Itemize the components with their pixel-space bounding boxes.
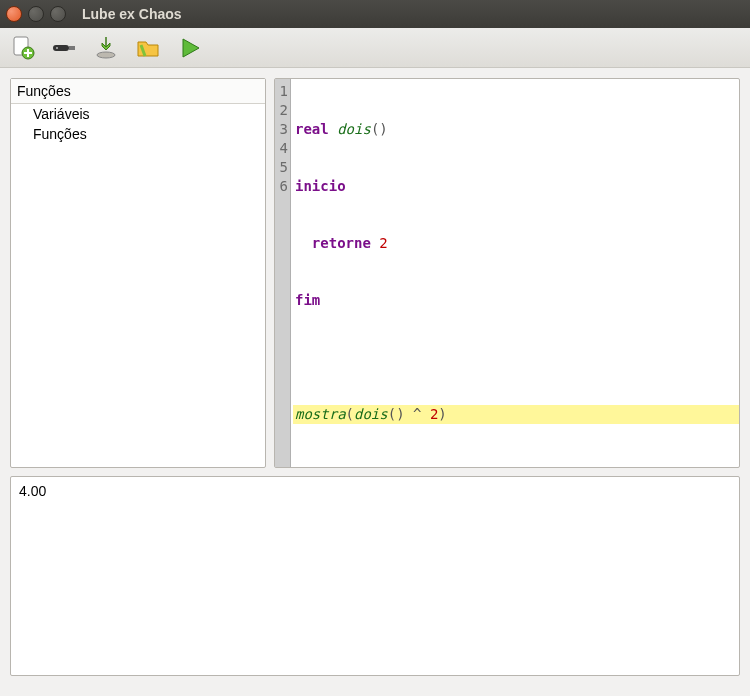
open-folder-button[interactable] xyxy=(134,34,162,62)
run-button[interactable] xyxy=(176,34,204,62)
connect-button[interactable] xyxy=(50,34,78,62)
minimize-icon[interactable] xyxy=(28,6,44,22)
svg-point-5 xyxy=(97,52,115,58)
svg-rect-2 xyxy=(53,45,69,51)
code-area[interactable]: real dois() inicio retorne 2 fim mostra(… xyxy=(291,79,739,467)
titlebar: Lube ex Chaos xyxy=(0,0,750,28)
sidebar-header: Funções xyxy=(11,79,265,104)
svg-point-4 xyxy=(56,47,58,49)
maximize-icon[interactable] xyxy=(50,6,66,22)
new-file-button[interactable] xyxy=(8,34,36,62)
folder-icon xyxy=(135,35,161,61)
sidebar: Funções Variáveis Funções xyxy=(10,78,266,468)
sidebar-item-funcoes[interactable]: Funções xyxy=(11,124,265,144)
code-editor[interactable]: 1 2 3 4 5 6 real dois() inicio retorne 2… xyxy=(274,78,740,468)
output-text: 4.00 xyxy=(19,483,46,499)
sidebar-item-variaveis[interactable]: Variáveis xyxy=(11,104,265,124)
line-gutter: 1 2 3 4 5 6 xyxy=(275,79,291,467)
new-file-icon xyxy=(9,35,35,61)
connect-icon xyxy=(51,38,77,58)
toolbar xyxy=(0,28,750,68)
window-title: Lube ex Chaos xyxy=(82,6,182,22)
download-icon xyxy=(93,35,119,61)
play-icon xyxy=(179,37,201,59)
svg-rect-3 xyxy=(69,46,75,50)
close-icon[interactable] xyxy=(6,6,22,22)
output-panel: 4.00 xyxy=(10,476,740,676)
download-button[interactable] xyxy=(92,34,120,62)
